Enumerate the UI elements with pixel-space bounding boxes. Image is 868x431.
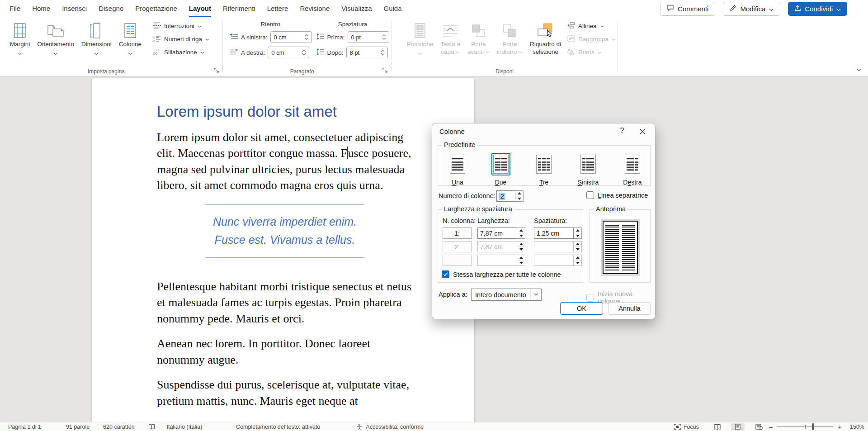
column-3-spacing-spinner: [534, 255, 585, 266]
two-columns-icon: [493, 155, 509, 174]
spacing-after-label: Dopo:: [327, 49, 344, 56]
document-text[interactable]: Lorem ipsum dolor sit amet Lorem ipsum d…: [157, 104, 413, 418]
bring-forward-icon: [471, 22, 486, 40]
line-numbers-button[interactable]: 12 Numeri di riga: [153, 35, 209, 43]
chevron-down-icon: [769, 5, 774, 13]
tab-home[interactable]: Home: [26, 0, 56, 17]
tab-progettazione[interactable]: Progettazione: [129, 0, 183, 17]
apply-to-dropdown[interactable]: Intero documento: [471, 289, 542, 301]
preset-destra[interactable]: Destra: [623, 153, 642, 186]
indent-right-input[interactable]: [268, 47, 309, 58]
orientation-button[interactable]: Orientamento: [33, 19, 78, 57]
comments-button[interactable]: Commenti: [660, 2, 715, 16]
spinner-arrows[interactable]: [302, 49, 309, 56]
document-page[interactable]: Lorem ipsum dolor sit amet Lorem ipsum d…: [92, 78, 474, 422]
text-completion[interactable]: Completamento del testo: attivato: [236, 424, 320, 430]
spinner-arrows: [517, 255, 525, 266]
breaks-icon: [153, 22, 161, 30]
chevron-down-icon: [128, 49, 132, 57]
dialog-launcher-icon[interactable]: [214, 66, 219, 75]
column-1-number: 1:: [443, 227, 472, 239]
preset-una[interactable]: Una: [448, 153, 467, 186]
spinner-arrows[interactable]: [515, 190, 524, 202]
proofing-icon[interactable]: [148, 424, 155, 430]
spinner-arrows[interactable]: [381, 49, 387, 56]
preset-tre[interactable]: Tre: [534, 153, 553, 186]
menubar: File Home Inserisci Disegno Progettazion…: [0, 0, 868, 17]
separator-line-checkbox[interactable]: Linea separatrice: [586, 191, 648, 199]
char-count[interactable]: 620 caratteri: [103, 424, 134, 430]
edit-mode-button[interactable]: Modifica: [723, 2, 780, 16]
equal-width-checkbox[interactable]: Stessa larghezza per tutte le colonne: [442, 270, 561, 278]
tab-riferimenti[interactable]: Riferimenti: [217, 0, 261, 17]
ok-button[interactable]: OK: [560, 302, 603, 315]
language[interactable]: Italiano (Italia): [167, 424, 203, 430]
selection-pane-button[interactable]: Riquadro diselezione: [526, 19, 565, 56]
tab-lettere[interactable]: Lettere: [261, 0, 294, 17]
spinner-arrows[interactable]: [574, 227, 582, 239]
tab-file[interactable]: File: [4, 0, 26, 17]
send-backward-button: Portaindietro: [493, 19, 526, 56]
align-button[interactable]: Allinea: [567, 22, 616, 30]
tab-inserisci[interactable]: Inserisci: [56, 0, 93, 17]
tab-guida[interactable]: Guida: [378, 0, 408, 17]
zoom-in-button[interactable]: +: [838, 423, 842, 431]
tab-layout[interactable]: Layout: [183, 0, 217, 17]
spacing-after-input[interactable]: [346, 47, 388, 58]
dialog-launcher-icon[interactable]: [382, 66, 387, 75]
read-mode-button[interactable]: [713, 424, 721, 430]
spacing-before-input[interactable]: [348, 31, 389, 43]
dialog-title: Colonne: [439, 128, 465, 135]
rotate-button: Ruota: [567, 48, 616, 57]
spacing-header: Spaziatura:: [534, 217, 585, 225]
breaks-button[interactable]: Interruzioni: [153, 22, 209, 30]
number-of-columns-label: Numero di colonne:: [439, 192, 495, 199]
spinner-arrows: [574, 255, 582, 266]
group-disponi: Posizione Testo acapo Portaavanti: [392, 17, 618, 76]
cancel-button[interactable]: Annulla: [609, 302, 651, 315]
two-column-preview: [603, 221, 638, 274]
hyphenation-button[interactable]: a-bc Sillabazione: [153, 48, 209, 57]
zoom-out-button[interactable]: –: [769, 423, 773, 431]
preview-groupbox: Anteprima: [590, 209, 651, 283]
zoom-level[interactable]: 150%: [850, 424, 864, 430]
share-button[interactable]: Condividi: [788, 2, 847, 16]
margins-button[interactable]: Margini: [6, 19, 33, 57]
print-layout-button[interactable]: [731, 423, 745, 431]
column-1-width-spinner[interactable]: 7,87 cm: [477, 227, 528, 239]
text-wrap-button: Testo acapo: [437, 19, 464, 56]
indent-left-input[interactable]: [270, 31, 312, 43]
zoom-slider[interactable]: [777, 426, 833, 427]
position-button: Posizione: [403, 19, 437, 57]
focus-mode-button[interactable]: Focus: [674, 424, 699, 430]
spinner-arrows[interactable]: [382, 34, 389, 40]
group-button: Raggruppa: [567, 35, 616, 43]
collapse-ribbon-icon[interactable]: [856, 65, 862, 73]
chevron-down-icon: [612, 36, 616, 43]
columns-button[interactable]: Colonne: [115, 19, 145, 57]
help-button[interactable]: ?: [617, 127, 627, 135]
column-number-header: N. colonna:: [443, 217, 472, 225]
word-window: File Home Inserisci Disegno Progettazion…: [0, 0, 868, 431]
page-count[interactable]: Pagina 1 di 1: [8, 424, 41, 430]
web-layout-button[interactable]: [755, 424, 763, 430]
close-button[interactable]: [637, 127, 648, 137]
zoom-slider-thumb[interactable]: [812, 423, 814, 430]
tab-revisione[interactable]: Revisione: [294, 0, 335, 17]
word-count[interactable]: 91 parole: [66, 424, 90, 430]
accessibility-status[interactable]: Accessibilità: conforme: [366, 424, 424, 430]
accessibility-icon: [356, 424, 363, 430]
preset-due[interactable]: Due: [491, 153, 510, 186]
ribbon: Margini Orientamento Dimensioni: [0, 17, 868, 76]
preset-sinistra[interactable]: Sinistra: [578, 153, 599, 186]
group-imposta-pagina: Margini Orientamento Dimensioni: [0, 17, 222, 76]
chevron-down-icon: [200, 49, 204, 56]
spinner-arrows[interactable]: [517, 227, 525, 239]
column-1-spacing-spinner[interactable]: 1,25 cm: [534, 227, 585, 239]
number-of-columns-spinner[interactable]: 2: [496, 190, 524, 202]
tab-disegno[interactable]: Disegno: [93, 0, 129, 17]
spinner-arrows[interactable]: [305, 34, 311, 40]
tab-visualizza[interactable]: Visualizza: [335, 0, 377, 17]
size-button[interactable]: Dimensioni: [78, 19, 115, 57]
document-heading: Lorem ipsum dolor sit amet: [157, 104, 413, 120]
